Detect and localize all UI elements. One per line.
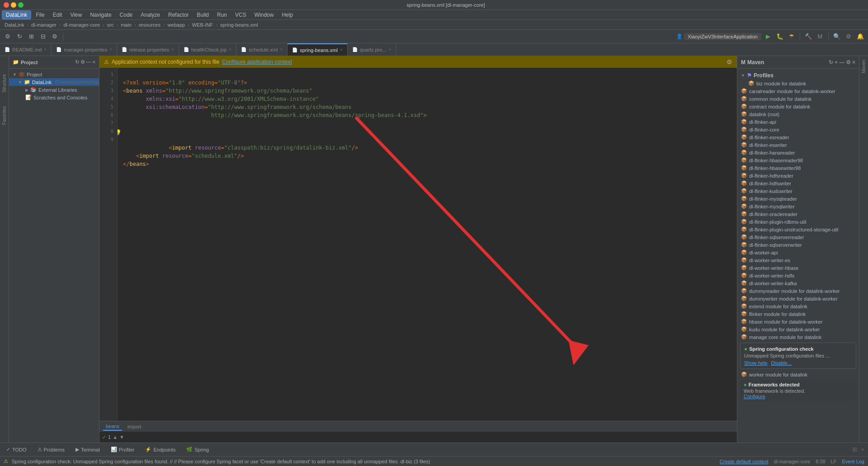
settings-btn[interactable]: ⚙ xyxy=(50,32,60,42)
tab-profiler[interactable]: 📊 Profiler xyxy=(108,446,137,453)
menu-navigate[interactable]: Navigate xyxy=(86,11,115,19)
nav-src[interactable]: src xyxy=(105,22,116,28)
nav-main[interactable]: main xyxy=(119,22,133,28)
validation-down-arrow[interactable]: ▼ xyxy=(119,434,124,440)
minimize-button[interactable] xyxy=(11,2,16,8)
debug-button[interactable]: 🐛 xyxy=(775,32,785,42)
tab-spring-beans[interactable]: 📄 spring-beans.xml × xyxy=(288,43,348,56)
module-flinker-hanareader[interactable]: 📦 dl-flinker-hanareader xyxy=(737,149,859,156)
sync-btn[interactable]: ↻ xyxy=(14,32,24,42)
module-kudu[interactable]: 📦 kudu module for datalink-worker xyxy=(737,325,859,333)
menu-datalink[interactable]: DataLink xyxy=(2,10,31,19)
status-create-context[interactable]: Create default context xyxy=(720,459,769,464)
module-flinker-sqlreader[interactable]: 📦 dl-flinker-sqlserverreader xyxy=(737,233,859,241)
notification-btn[interactable]: 🔔 xyxy=(855,32,865,42)
module-flinker-mysqlwriter[interactable]: 📦 dl-flinker-mysqlwriter xyxy=(737,202,859,210)
menu-vcs[interactable]: VCS xyxy=(231,11,250,19)
tab-manager-props[interactable]: 📄 manager-properties × xyxy=(52,43,117,56)
tab-terminal[interactable]: ▶ Terminal xyxy=(73,446,103,453)
menu-refactor[interactable]: Refactor xyxy=(165,11,192,19)
show-help-link[interactable]: Show help xyxy=(744,360,767,366)
code-tab-beans[interactable]: beans xyxy=(103,423,122,431)
build-button[interactable]: 🔨 xyxy=(803,32,813,42)
module-contract[interactable]: 📦 contract module for datalink xyxy=(737,103,859,110)
nav-webapp[interactable]: webapp xyxy=(166,22,187,28)
nav-datalink[interactable]: DataLink xyxy=(3,22,26,28)
menu-help[interactable]: Help xyxy=(278,11,297,19)
module-dummywriter[interactable]: 📦 dummywriter module for datalink-worker xyxy=(737,295,859,302)
menu-view[interactable]: View xyxy=(66,11,85,19)
event-log-label[interactable]: Event Log xyxy=(842,459,864,464)
tab-problems[interactable]: ⚠ Problems xyxy=(35,446,67,453)
expand-bottom-btn[interactable]: ⊞ xyxy=(852,446,857,453)
module-flinker-api[interactable]: 📦 dl-flinker-api xyxy=(737,118,859,126)
module-worker-es[interactable]: 📦 dl-worker-writer-es xyxy=(737,256,859,264)
search-everywhere-btn[interactable]: 🔍 xyxy=(832,32,842,42)
tab-release-props[interactable]: 📄 release.properties × xyxy=(117,43,179,56)
module-flinker-core[interactable]: 📦 dl-flinker-core xyxy=(737,126,859,133)
tab-todo[interactable]: ✓ TODO xyxy=(4,446,29,453)
tab-quartz[interactable]: 📄 quartz.pro... × xyxy=(348,43,396,56)
module-flinker-hbasewriter98[interactable]: 📦 dl-flinker-hbasewriter98 xyxy=(737,164,859,172)
close-quartz[interactable]: × xyxy=(388,47,391,52)
collapse-btn[interactable]: ⊟ xyxy=(38,32,48,42)
close-bottom-btn[interactable]: × xyxy=(861,446,864,453)
tree-scratches[interactable]: 📝 Scratches and Consoles xyxy=(9,94,99,101)
nav-dl-manager[interactable]: dl-manager xyxy=(29,22,58,28)
tab-spring[interactable]: 🌿 Spring xyxy=(184,446,212,453)
context-settings-icon[interactable]: ⚙ xyxy=(726,58,732,66)
module-flinker-kuduwriter[interactable]: 📦 dl-flinker-kuduwriter xyxy=(737,187,859,195)
module-flinker-oraclereader[interactable]: 📦 dl-flinker-oraclereader xyxy=(737,210,859,218)
module-flinker-rdbms[interactable]: 📦 dl-flinker-plugin-rdbms-util xyxy=(737,218,859,226)
module-flinker-mysqlreader[interactable]: 📦 dl-flinker-mysqlreader xyxy=(737,195,859,202)
menu-analyze[interactable]: Analyze xyxy=(137,11,164,19)
framework-configure-link[interactable]: Configure xyxy=(744,394,765,399)
sync-sidebar-btn[interactable]: ↻ xyxy=(75,59,79,65)
menu-run[interactable]: Run xyxy=(213,11,231,19)
module-flinker-hbasereader98[interactable]: 📦 dl-flinker-hbasereader98 xyxy=(737,156,859,164)
gear-sidebar-btn[interactable]: ⚙ xyxy=(80,59,85,65)
run-config-name[interactable]: XiaoyiZwV3InterfaceApplication xyxy=(684,33,761,40)
menu-file[interactable]: File xyxy=(32,11,48,19)
nav-spring-beans[interactable]: spring-beans.xml xyxy=(218,22,260,28)
expand-btn[interactable]: ⊞ xyxy=(26,32,36,42)
tab-endpoints[interactable]: ⚡ Endpoints xyxy=(142,446,178,453)
maven-button[interactable]: M xyxy=(815,32,825,42)
close-readme[interactable]: × xyxy=(44,47,47,52)
tree-external-libs[interactable]: ▶ 📚 External Libraries xyxy=(9,86,99,94)
tree-project[interactable]: ▼ 💼 Project xyxy=(9,71,99,78)
menu-build[interactable]: Build xyxy=(193,11,212,19)
close-release-props[interactable]: × xyxy=(171,47,174,52)
tab-schedule[interactable]: 📄 schedule.xml × xyxy=(236,43,288,56)
module-flinker-esreader[interactable]: 📦 dl-flinker-esreader xyxy=(737,133,859,141)
settings-gear-btn[interactable]: ⚙ xyxy=(844,32,854,42)
coverage-button[interactable]: ☂ xyxy=(787,32,797,42)
nav-dl-manager-core[interactable]: dl-manager-core xyxy=(61,22,102,28)
window-controls[interactable] xyxy=(4,2,24,8)
close-health-check[interactable]: × xyxy=(229,47,231,52)
module-biz[interactable]: 📦 biz module for datalink xyxy=(737,80,859,87)
nav-webinf[interactable]: WEB-INF xyxy=(190,22,215,28)
module-manage-core[interactable]: 📦 manage core module for datalink xyxy=(737,333,859,341)
project-structure-btn[interactable]: ⚙ xyxy=(3,32,13,42)
module-extend[interactable]: 📦 extend module for datalink xyxy=(737,302,859,310)
maven-add-btn[interactable]: + xyxy=(835,59,838,66)
module-dummyreader[interactable]: 📦 dummyreader module for datalink-worker xyxy=(737,287,859,295)
module-worker-hdfs[interactable]: 📦 dl-worker-writer-hdfs xyxy=(737,272,859,279)
tab-readme[interactable]: 📄 README.md × xyxy=(0,43,52,56)
module-canal[interactable]: 📦 canalreader module for datalink-worker xyxy=(737,87,859,95)
validation-up-arrow[interactable]: ▲ xyxy=(113,434,118,440)
menu-edit[interactable]: Edit xyxy=(49,11,66,19)
maven-close-btn[interactable]: × xyxy=(852,59,855,66)
menu-window[interactable]: Window xyxy=(251,11,278,19)
maven-settings-btn[interactable]: ⚙ xyxy=(846,59,851,66)
nav-resources[interactable]: resources xyxy=(137,22,162,28)
module-flinker-hdfswriter[interactable]: 📦 dl-flinker-hdfswriter xyxy=(737,179,859,187)
module-datalink-root[interactable]: 📦 datalink (root) xyxy=(737,110,859,118)
profiles-arrow[interactable]: ▼ xyxy=(741,73,745,78)
code-editor[interactable]: 1 2 3 4 5 6 7 8 9 <?xml version="1.0" en… xyxy=(99,68,737,421)
maven-side-label[interactable]: Maven xyxy=(861,60,866,73)
module-common[interactable]: 📦 common module for datalink xyxy=(737,95,859,103)
tab-health-check[interactable]: 📄 healthCheck.jsp × xyxy=(179,43,236,56)
collapse-sidebar-btn[interactable]: — xyxy=(86,59,91,65)
